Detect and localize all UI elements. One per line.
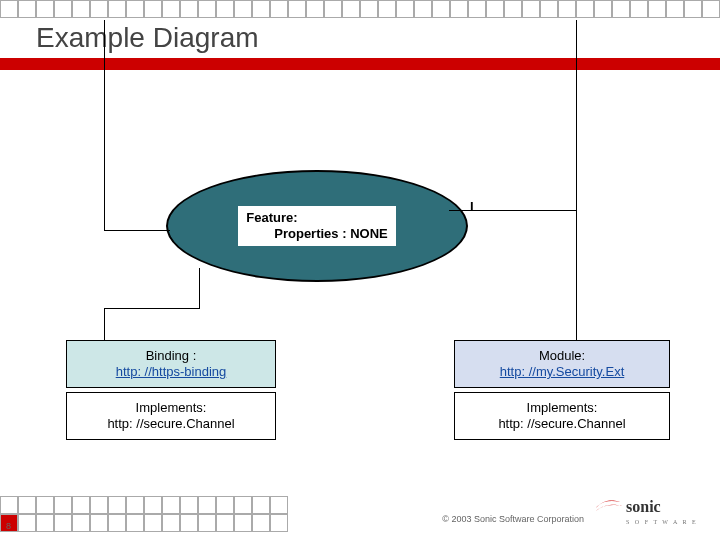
brand-logo: sonic S O F T W A R E — [592, 494, 702, 528]
feature-line1: Feature: — [246, 210, 387, 226]
svg-text:S O F T W A R E: S O F T W A R E — [626, 519, 698, 525]
implements-right-box: Implements: http: //secure.Channel — [454, 392, 670, 440]
slide-title: Example Diagram — [36, 22, 259, 54]
connector — [576, 20, 577, 210]
implements-left-uri: http: //secure.Channel — [107, 416, 234, 432]
feature-note: I — [470, 199, 474, 214]
implements-left-box: Implements: http: //secure.Channel — [66, 392, 276, 440]
decor-bottom-squares-row1: for(let i=0;i<16;i++)document.write('<di… — [0, 496, 300, 514]
connector — [104, 308, 200, 309]
module-label: Module: — [539, 348, 585, 364]
decor-bottom-squares-row2: for(let i=0;i<16;i++)document.write('<di… — [0, 514, 300, 532]
connector — [199, 268, 200, 308]
implements-right-label: Implements: — [527, 400, 598, 416]
connector — [449, 210, 577, 211]
slide: for(let i=0;i<40;i++)document.write('<di… — [0, 0, 720, 540]
feature-caption: Feature: Properties : NONE — [238, 206, 395, 247]
connector — [104, 230, 170, 231]
connector — [104, 20, 105, 230]
connector — [576, 210, 577, 340]
feature-line2: Properties : NONE — [246, 226, 387, 242]
binding-label: Binding : — [146, 348, 197, 364]
module-uri[interactable]: http: //my.Security.Ext — [500, 364, 625, 380]
decor-top-squares: for(let i=0;i<40;i++)document.write('<di… — [0, 0, 720, 18]
module-box: Module: http: //my.Security.Ext — [454, 340, 670, 388]
binding-uri[interactable]: http: //https-binding — [116, 364, 227, 380]
implements-left-label: Implements: — [136, 400, 207, 416]
connector — [104, 308, 105, 340]
svg-text:sonic: sonic — [626, 498, 661, 515]
page-number: 8 — [6, 521, 11, 531]
binding-box: Binding : http: //https-binding — [66, 340, 276, 388]
copyright: © 2003 Sonic Software Corporation — [442, 514, 584, 524]
title-red-bar — [0, 58, 720, 70]
implements-right-uri: http: //secure.Channel — [498, 416, 625, 432]
feature-ellipse: Feature: Properties : NONE — [166, 170, 468, 282]
